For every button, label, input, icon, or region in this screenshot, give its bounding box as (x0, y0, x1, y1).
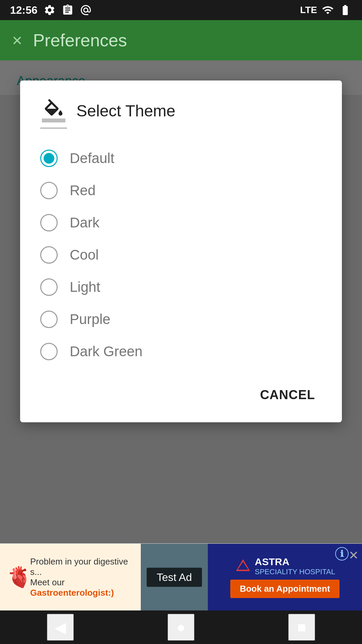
option-red[interactable]: Red (40, 174, 322, 207)
option-purple-label: Purple (70, 311, 110, 327)
lte-label: LTE (300, 5, 317, 15)
status-right: LTE (300, 4, 352, 16)
back-button[interactable]: ◀ (47, 614, 74, 641)
ad-banner: 🫀 Problem in your digestive s... Meet ou… (0, 543, 362, 610)
settings-icon (44, 4, 56, 16)
option-dark-green[interactable]: Dark Green (40, 335, 322, 368)
page-title: Preferences (33, 30, 127, 50)
option-red-label: Red (70, 182, 96, 199)
dialog-footer: CANCEL (40, 378, 322, 406)
paint-bucket-icon (40, 97, 67, 124)
status-left: 12:56 (10, 4, 92, 16)
radio-default[interactable] (40, 150, 58, 167)
clipboard-icon (62, 4, 74, 16)
at-icon (80, 4, 92, 16)
test-ad-badge: Test Ad (147, 568, 202, 587)
ad-brand-name: ASTRA (255, 556, 335, 568)
close-button[interactable]: × (12, 32, 22, 49)
radio-light[interactable] (40, 278, 58, 296)
option-purple[interactable]: Purple (40, 303, 322, 335)
ad-left: 🫀 Problem in your digestive s... Meet ou… (0, 544, 141, 610)
option-dark-green-label: Dark Green (70, 343, 142, 360)
radio-purple[interactable] (40, 311, 58, 328)
option-light[interactable]: Light (40, 271, 322, 303)
battery-icon (339, 4, 352, 16)
cancel-button[interactable]: CANCEL (253, 384, 322, 406)
dialog-header: Select Theme (40, 97, 322, 124)
radio-inner-default (44, 153, 54, 164)
option-default[interactable]: Default (40, 142, 322, 174)
radio-dark-green[interactable] (40, 343, 58, 360)
radio-dark[interactable] (40, 214, 58, 231)
astra-logo-icon (235, 558, 251, 575)
app-bar: × Preferences (0, 20, 362, 60)
option-cool-label: Cool (70, 247, 99, 263)
theme-options-list: Default Red Dark Cool Light Purple (40, 142, 322, 368)
status-time: 12:56 (10, 4, 38, 16)
radio-red[interactable] (40, 182, 58, 199)
ad-book-button[interactable]: Book an Appointment (230, 580, 339, 598)
option-light-label: Light (70, 279, 100, 295)
option-dark[interactable]: Dark (40, 207, 322, 239)
ad-text2: Meet our Gastroenterologist:) (30, 577, 134, 598)
option-cool[interactable]: Cool (40, 239, 322, 271)
signal-icon (322, 4, 334, 16)
dialog-divider (40, 127, 67, 129)
ad-brand-sub: SPECIALITY HOSPITAL (255, 568, 335, 576)
theme-dialog: Select Theme Default Red Dark Cool (20, 80, 342, 422)
ad-right: ASTRA SPECIALITY HOSPITAL Book an Appoin… (208, 544, 362, 610)
dialog-title: Select Theme (76, 102, 175, 120)
radio-cool[interactable] (40, 246, 58, 264)
navigation-bar: ◀ ● ■ (0, 610, 362, 644)
recents-button[interactable]: ■ (288, 614, 315, 641)
status-bar: 12:56 LTE (0, 0, 362, 20)
option-dark-label: Dark (70, 215, 100, 231)
ad-close-icon[interactable]: ✕ (345, 547, 362, 564)
option-default-label: Default (70, 150, 114, 166)
home-button[interactable]: ● (168, 614, 194, 641)
stomach-icon: 🫀 (7, 565, 32, 589)
ad-text1: Problem in your digestive s... (30, 556, 134, 577)
ad-middle-image: Test Ad (141, 544, 208, 610)
